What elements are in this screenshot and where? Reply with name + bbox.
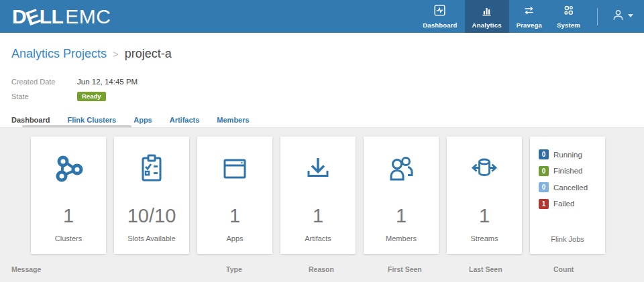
finished-count-badge: 0 (539, 166, 549, 176)
summary-cards: 1 Clusters 10/10 Slots Available (31, 137, 605, 254)
apps-count: 1 (229, 206, 240, 226)
state-row: State Ready (11, 92, 138, 101)
flink-row-failed: 1 Failed (539, 199, 605, 209)
tab-artifacts[interactable]: Artifacts (170, 109, 200, 127)
bar-chart-icon (480, 4, 493, 21)
nav-label-pravega: Pravega (517, 21, 542, 29)
running-count-badge: 0 (539, 149, 549, 159)
emc-logo-text: EMC (65, 5, 111, 28)
flink-jobs-label: Flink Jobs (530, 235, 605, 243)
dashboard-content: 1 Clusters 10/10 Slots Available (0, 128, 644, 282)
card-flink-jobs[interactable]: 0 Running 0 Finished 0 Cancelled 1 Faile… (530, 137, 605, 254)
card-streams[interactable]: 1 Streams (447, 137, 522, 254)
nav-label-analytics: Analytics (472, 21, 502, 29)
column-header-message: Message (11, 265, 41, 273)
cancelled-label: Cancelled (553, 184, 588, 192)
card-artifacts[interactable]: 1 Artifacts (280, 137, 356, 254)
state-badge: Ready (77, 92, 106, 101)
nav-item-pravega[interactable]: Pravega (509, 0, 549, 33)
card-apps[interactable]: 1 Apps (197, 137, 272, 254)
column-header-type: Type (226, 265, 242, 273)
active-tab-indicator (22, 125, 131, 127)
tab-flink-clusters[interactable]: Flink Clusters (67, 109, 116, 127)
nav-item-analytics[interactable]: Analytics (465, 0, 509, 33)
flink-row-cancelled: 0 Cancelled (539, 182, 605, 192)
slots-label: Slots Available (127, 234, 175, 242)
breadcrumb: Analytics Projects > project-a (11, 47, 172, 61)
nav-item-system[interactable]: System (549, 0, 588, 33)
flink-row-running: 0 Running (539, 149, 605, 159)
artifacts-label: Artifacts (305, 234, 331, 242)
clusters-count: 1 (63, 206, 74, 226)
top-navbar: DELL EMC Dashboard Analytics (0, 0, 644, 33)
finished-label: Finished (553, 167, 582, 175)
stream-cylinder-icon (468, 151, 500, 186)
members-label: Members (386, 234, 417, 242)
app-window-icon (219, 151, 251, 186)
created-date-value: Jun 12, 14:45 PM (77, 78, 138, 86)
column-header-count: Count (553, 265, 574, 273)
dropdown-caret-icon (628, 8, 633, 20)
state-label: State (11, 92, 77, 100)
created-date-row: Created Date Jun 12, 14:45 PM (11, 77, 138, 86)
column-header-last-seen: Last Seen (469, 265, 502, 273)
clipboard-checklist-icon (136, 151, 168, 186)
breadcrumb-separator: > (113, 48, 119, 60)
card-slots-available[interactable]: 10/10 Slots Available (114, 137, 189, 254)
failed-label: Failed (553, 200, 574, 208)
created-date-label: Created Date (11, 78, 77, 86)
project-meta: Created Date Jun 12, 14:45 PM State Read… (11, 77, 138, 107)
navbar-items: Dashboard Analytics (415, 0, 644, 33)
cancelled-count-badge: 0 (539, 182, 549, 192)
flink-row-finished: 0 Finished (539, 166, 605, 176)
members-count: 1 (396, 206, 407, 226)
tab-members[interactable]: Members (217, 109, 249, 127)
card-clusters[interactable]: 1 Clusters (31, 137, 106, 254)
streams-label: Streams (471, 234, 498, 242)
exchange-arrows-icon (523, 4, 535, 21)
nav-label-dashboard: Dashboard (423, 21, 457, 29)
download-tray-icon (302, 151, 334, 186)
failed-count-badge: 1 (539, 199, 549, 209)
breadcrumb-current: project-a (125, 47, 172, 61)
column-header-first-seen: First Seen (388, 265, 422, 273)
clusters-label: Clusters (55, 234, 82, 242)
people-icon (385, 151, 417, 186)
artifacts-count: 1 (313, 206, 323, 226)
cluster-nodes-icon (52, 151, 85, 186)
circles-cluster-icon (562, 4, 575, 21)
nav-label-system: System (557, 21, 580, 29)
streams-count: 1 (479, 206, 490, 226)
pulse-window-icon (433, 4, 446, 21)
events-table-header-row: Message Type Reason First Seen Last Seen… (0, 265, 644, 275)
slots-count: 10/10 (127, 206, 176, 226)
card-members[interactable]: 1 Members (364, 137, 439, 254)
column-header-reason: Reason (309, 265, 334, 273)
dellemc-logo: DELL EMC (12, 5, 111, 28)
dell-logo-text: DELL (12, 5, 63, 28)
apps-label: Apps (226, 234, 243, 242)
tab-apps[interactable]: Apps (133, 109, 152, 127)
user-icon (611, 8, 625, 25)
flink-job-rows: 0 Running 0 Finished 0 Cancelled 1 Faile… (539, 149, 605, 215)
tab-dashboard[interactable]: Dashboard (11, 109, 50, 127)
nav-item-dashboard[interactable]: Dashboard (415, 0, 464, 33)
running-label: Running (553, 151, 582, 159)
breadcrumb-parent-link[interactable]: Analytics Projects (11, 47, 107, 61)
user-menu-button[interactable] (598, 0, 644, 33)
